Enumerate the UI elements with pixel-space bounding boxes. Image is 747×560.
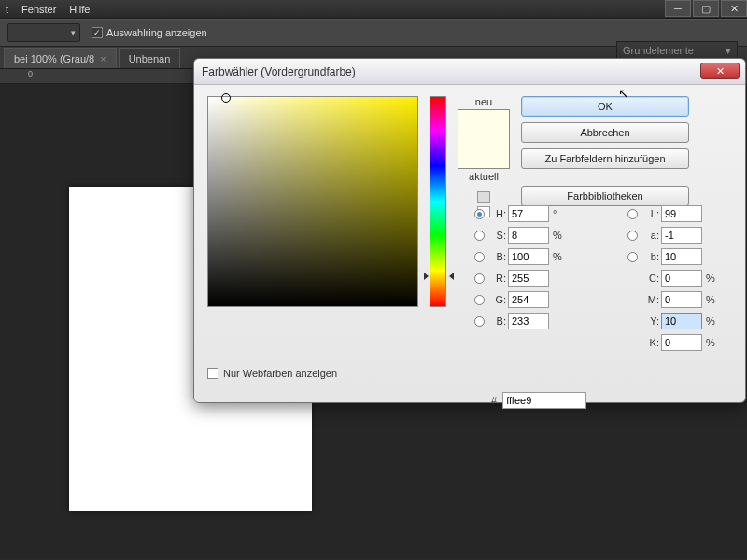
workspace-label: Grundelemente (623, 45, 694, 56)
web-colors-checkbox[interactable]: Nur Webfarben anzeigen (207, 368, 337, 379)
document-tab[interactable]: bei 100% (Grau/8 × (4, 48, 117, 68)
label-bl: B: (489, 315, 506, 327)
label-s: S: (489, 230, 506, 241)
radio-l[interactable] (627, 209, 638, 219)
label-b: B: (489, 251, 506, 262)
color-libraries-button[interactable]: Farbbibliotheken (521, 186, 689, 206)
checkbox-icon: ✓ (92, 27, 103, 38)
show-selection-ring-checkbox[interactable]: ✓ Auswahlring anzeigen (92, 27, 207, 38)
unit-pct: % (706, 315, 721, 327)
titlebar: t Fenster Hilfe ─ ▢ ✕ (0, 0, 747, 19)
label-k: K: (642, 337, 659, 348)
label-a: a: (642, 230, 659, 241)
input-c[interactable] (661, 270, 702, 287)
radio-g[interactable] (474, 295, 485, 305)
menu-item[interactable]: t (6, 4, 8, 15)
input-k[interactable] (661, 334, 702, 351)
input-y[interactable] (661, 313, 702, 329)
new-color-swatch (458, 110, 509, 139)
tool-mode-dropdown[interactable]: ▾ (7, 23, 80, 42)
input-b[interactable] (508, 248, 549, 265)
gamut-warning-icon[interactable] (477, 191, 490, 203)
radio-b2[interactable] (627, 252, 638, 262)
input-a[interactable] (661, 227, 702, 244)
input-s[interactable] (508, 227, 549, 244)
cancel-button[interactable]: Abbrechen (521, 122, 689, 143)
chevron-icon: ▾ (726, 45, 731, 57)
input-r[interactable] (508, 270, 549, 287)
input-g[interactable] (508, 291, 549, 308)
unit-pct: % (706, 273, 721, 284)
input-h[interactable] (508, 205, 549, 222)
lab-cmyk-values: L: a: b: C:% M:% Y:% K:% (627, 205, 721, 351)
close-icon[interactable]: × (100, 53, 106, 64)
label-r: R: (489, 273, 506, 284)
minimize-button[interactable]: ─ (665, 0, 691, 17)
menu-item-fenster[interactable]: Fenster (21, 4, 56, 15)
sv-cursor-icon (221, 93, 231, 103)
close-button[interactable]: ✕ (721, 0, 747, 17)
input-b2[interactable] (661, 248, 702, 265)
label-l: L: (642, 208, 659, 219)
radio-s[interactable] (474, 231, 485, 241)
hex-hash: # (491, 395, 497, 406)
radio-h[interactable] (474, 209, 485, 219)
hex-input[interactable] (502, 392, 586, 409)
input-l[interactable] (661, 205, 702, 222)
unit-pct: % (553, 230, 568, 241)
radio-a[interactable] (627, 231, 638, 241)
hue-slider-handle (426, 273, 452, 280)
workspace-dropdown[interactable]: Grundelemente ▾ (616, 41, 738, 60)
menu-item-hilfe[interactable]: Hilfe (69, 4, 90, 15)
color-preview (458, 109, 510, 169)
document-tab[interactable]: Unbenan (119, 48, 181, 68)
new-label: neu (475, 96, 492, 107)
webonly-label: Nur Webfarben anzeigen (223, 368, 337, 379)
add-to-swatches-button[interactable]: Zu Farbfeldern hinzufügen (521, 148, 689, 169)
unit-pct: % (553, 251, 568, 262)
current-label: aktuell (469, 171, 499, 182)
dialog-title-text: Farbwähler (Vordergrundfarbe) (202, 65, 356, 78)
checkbox-icon (207, 368, 218, 379)
label-c: C: (642, 273, 659, 284)
checkbox-label: Auswahlring anzeigen (106, 27, 207, 38)
ruler-mark: 0 (28, 69, 33, 78)
hsb-rgb-values: H:° S:% B:% R: G: B: (474, 205, 568, 329)
label-b2: b: (642, 251, 659, 262)
current-color-swatch[interactable] (458, 139, 509, 168)
saturation-value-field[interactable] (207, 96, 418, 307)
label-y: Y: (642, 315, 659, 327)
unit-pct: % (706, 337, 721, 348)
unit-pct: % (706, 294, 721, 305)
radio-b[interactable] (474, 252, 485, 262)
label-g: G: (489, 294, 506, 305)
dialog-title: Farbwähler (Vordergrundfarbe) (194, 59, 745, 85)
hue-slider[interactable] (430, 96, 446, 307)
input-m[interactable] (661, 291, 702, 308)
tab-label: bei 100% (Grau/8 (14, 53, 94, 64)
label-m: M: (642, 294, 659, 305)
tab-label: Unbenan (129, 53, 171, 64)
label-h: H: (489, 208, 506, 219)
menubar: t Fenster Hilfe (0, 0, 95, 19)
radio-r[interactable] (474, 273, 485, 284)
unit-deg: ° (553, 208, 568, 219)
maximize-button[interactable]: ▢ (693, 0, 719, 17)
dialog-close-button[interactable]: ✕ (700, 63, 740, 79)
input-bl[interactable] (508, 313, 549, 329)
radio-bl[interactable] (474, 316, 485, 327)
hex-row: # (491, 392, 586, 409)
ok-button[interactable]: OK (521, 96, 689, 117)
